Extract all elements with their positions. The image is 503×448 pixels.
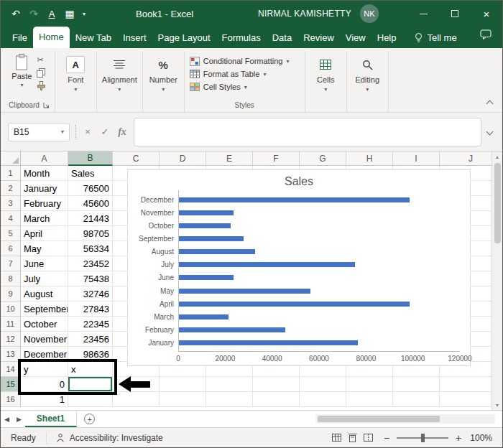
zoom-in-button[interactable]: + (453, 432, 463, 444)
zoom-slider-thumb[interactable] (421, 434, 425, 442)
row-header-1[interactable]: 1 (1, 166, 21, 181)
cell-A4[interactable]: March (21, 211, 68, 226)
borders-icon[interactable]: ▦ (62, 6, 78, 22)
cell-H15[interactable] (346, 377, 393, 392)
row-header-7[interactable]: 7 (1, 256, 21, 271)
cell-B3[interactable]: 45600 (68, 196, 113, 211)
cell-G15[interactable] (300, 377, 346, 392)
alignment-group-button[interactable]: Alignment ▾ (97, 51, 143, 112)
cell-A6[interactable]: May (21, 241, 68, 256)
cell-A9[interactable]: August (21, 286, 68, 302)
page-break-view-icon[interactable] (360, 430, 376, 446)
row-header-10[interactable]: 10 (1, 302, 21, 317)
cell-B14[interactable]: x (68, 362, 113, 377)
column-header-G[interactable]: G (300, 151, 346, 166)
cell-A1[interactable]: Month (21, 166, 68, 181)
cell-A5[interactable]: April (21, 226, 68, 241)
cell-D15[interactable] (160, 377, 206, 392)
row-header-4[interactable]: 4 (1, 211, 21, 226)
name-box[interactable]: B15 ▾ (8, 123, 70, 141)
column-header-B[interactable]: B (68, 151, 113, 166)
tab-new-tab[interactable]: New Tab (70, 28, 117, 48)
row-header-5[interactable]: 5 (1, 226, 21, 241)
cell-B5[interactable]: 98705 (68, 226, 113, 241)
cancel-icon[interactable]: × (82, 126, 93, 137)
cell-B12[interactable]: 23456 (68, 332, 113, 347)
cell-C16[interactable] (113, 392, 160, 407)
undo-icon[interactable]: ↶ (8, 6, 24, 22)
cell-A15[interactable]: 0 (21, 377, 68, 392)
cell-B13[interactable]: 98636 (68, 347, 113, 362)
tab-page-layout[interactable]: Page Layout (152, 28, 216, 48)
column-header-D[interactable]: D (160, 151, 206, 166)
copy-button[interactable] (37, 67, 46, 78)
enter-check-icon[interactable]: ✓ (99, 126, 111, 137)
normal-view-icon[interactable] (328, 430, 344, 446)
format-painter-button[interactable] (37, 80, 46, 90)
redo-icon[interactable]: ↷ (26, 6, 42, 22)
sheet-nav-right-icon[interactable]: ▶ (13, 411, 25, 427)
cell-B15[interactable] (68, 377, 113, 392)
scroll-up-icon[interactable]: ▲ (495, 151, 500, 162)
select-all-corner[interactable] (1, 151, 21, 166)
cell-B4[interactable]: 21443 (68, 211, 113, 226)
cell-F15[interactable] (253, 377, 300, 392)
cell-B11[interactable]: 22345 (68, 317, 113, 332)
insert-function-icon[interactable]: fx (116, 126, 128, 138)
sheet-tab-sheet1[interactable]: Sheet1 (25, 411, 77, 427)
cell-E16[interactable] (206, 392, 253, 407)
column-header-F[interactable]: F (253, 151, 300, 166)
name-box-dropdown-icon[interactable]: ▾ (61, 129, 64, 135)
cell-B7[interactable]: 23452 (68, 256, 113, 271)
formula-input[interactable] (134, 118, 481, 146)
cell-I15[interactable] (393, 377, 440, 392)
accessibility-status[interactable]: Accessibility: Investigate (46, 432, 172, 444)
zoom-level[interactable]: 100% (469, 433, 502, 443)
cell-B16[interactable] (68, 392, 113, 407)
cell-D16[interactable] (160, 392, 206, 407)
cell-B1[interactable]: Sales (68, 166, 113, 181)
collapse-ribbon-icon[interactable] (486, 101, 494, 108)
editing-group-button[interactable]: Editing ▾ (347, 51, 389, 112)
tab-insert[interactable]: Insert (117, 28, 152, 48)
cell-I16[interactable] (393, 392, 440, 407)
minimize-button[interactable] (407, 1, 439, 27)
tab-data[interactable]: Data (267, 28, 297, 48)
row-header-14[interactable]: 14 (1, 362, 21, 377)
column-header-H[interactable]: H (346, 151, 393, 166)
cell-B6[interactable]: 56334 (68, 241, 113, 256)
cell-B2[interactable]: 76500 (68, 181, 113, 196)
row-header-2[interactable]: 2 (1, 181, 21, 196)
column-header-A[interactable]: A (21, 151, 68, 166)
cell-A3[interactable]: February (21, 196, 68, 211)
sheet-nav-left-icon[interactable]: ◀ (1, 411, 13, 427)
cut-button[interactable]: ✂ (37, 55, 46, 65)
cell-C15[interactable] (113, 377, 160, 392)
row-header-12[interactable]: 12 (1, 332, 21, 347)
cells-group-button[interactable]: Cells ▾ (305, 51, 347, 112)
tab-help[interactable]: Help (372, 28, 402, 48)
row-header-3[interactable]: 3 (1, 196, 21, 211)
cell-A13[interactable]: December (21, 347, 68, 362)
add-sheet-button[interactable]: + (77, 411, 102, 427)
tab-review[interactable]: Review (297, 28, 340, 48)
comment-icon[interactable] (480, 29, 492, 48)
zoom-out-button[interactable]: − (382, 432, 392, 444)
cell-G16[interactable] (300, 392, 346, 407)
tell-me[interactable]: Tell me (414, 32, 457, 48)
cell-H16[interactable] (346, 392, 393, 407)
paste-dropdown-icon[interactable]: ▾ (20, 82, 23, 88)
horizontal-scrollbar-thumb[interactable] (318, 416, 440, 422)
row-header-8[interactable]: 8 (1, 271, 21, 286)
formula-bar-expand-icon[interactable] (486, 129, 494, 136)
row-header-13[interactable]: 13 (1, 347, 21, 362)
column-header-C[interactable]: C (113, 151, 160, 166)
cell-E15[interactable] (206, 377, 253, 392)
conditional-formatting-button[interactable]: Conditional Formatting ▾ (190, 55, 290, 67)
maximize-button[interactable] (439, 1, 471, 27)
sales-chart[interactable]: Sales DecemberNovemberOctoberSeptemberAu… (127, 169, 471, 366)
close-button[interactable]: × (471, 1, 502, 27)
cell-A2[interactable]: January (21, 181, 68, 196)
cell-A16[interactable]: 1 (21, 392, 68, 407)
cell-A10[interactable]: September (21, 302, 68, 317)
